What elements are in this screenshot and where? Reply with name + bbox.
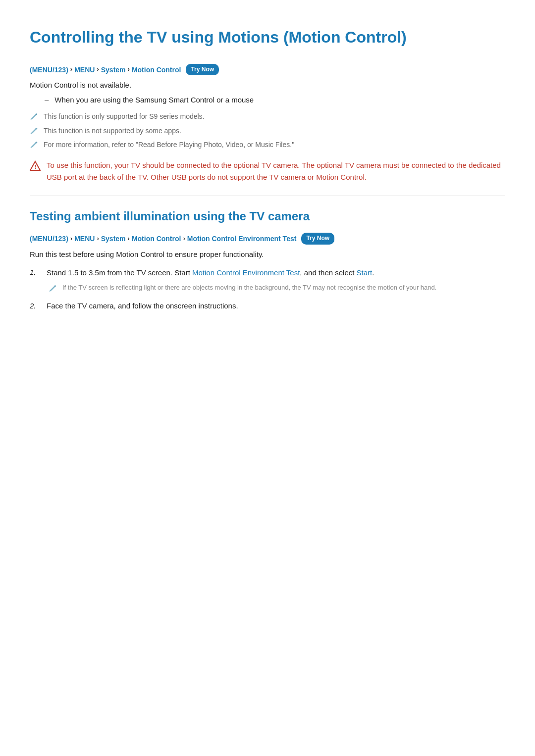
breadcrumb2-motion-control: Motion Control [132,233,181,244]
step-1-link1: Motion Control Environment Test [192,268,300,277]
try-now-button-section2[interactable]: Try Now [301,233,334,244]
breadcrumb-section1: (MENU/123) › MENU › System › Motion Cont… [30,64,505,75]
dash-bullet-text: When you are using the Samsung Smart Con… [54,94,254,106]
note-text-2: This function is not supported by some a… [44,125,181,136]
warning-text: To use this function, your TV should be … [47,159,505,184]
steps-list: 1. Stand 1.5 to 3.5m from the TV screen.… [30,266,505,312]
try-now-button-section1[interactable]: Try Now [186,64,219,75]
warning-triangle-icon: ! [30,160,41,171]
step-1-link2: Start [357,268,373,277]
notes-list: This function is only supported for S9 s… [30,111,505,150]
note-item-1: This function is only supported for S9 s… [30,111,505,122]
step-1: 1. Stand 1.5 to 3.5m from the TV screen.… [30,266,505,293]
warning-box: ! To use this function, your TV should b… [30,159,505,184]
breadcrumb2-system: System [101,233,126,244]
dash-bullet: – When you are using the Samsung Smart C… [45,94,505,106]
section2-intro: Run this test before using Motion Contro… [30,249,505,260]
step-1-content: Stand 1.5 to 3.5m from the TV screen. St… [47,266,436,293]
breadcrumb2-env-test: Motion Control Environment Test [187,233,297,244]
pencil-icon-1 [30,112,39,121]
breadcrumb2-sep2: › [97,234,99,244]
step-1-text-after: . [372,268,374,277]
not-available-text: Motion Control is not available. [30,79,505,91]
breadcrumb-sep1: › [70,64,72,75]
step-2-text: Face the TV camera, and follow the onscr… [47,300,238,312]
note-text-1: This function is only supported for S9 s… [44,111,205,122]
note-item-3: For more information, refer to "Read Bef… [30,139,505,150]
breadcrumb-system: System [101,64,126,75]
step-num-2: 2. [30,300,39,312]
breadcrumb-section2: (MENU/123) › MENU › System › Motion Cont… [30,233,505,244]
step-1-text-before: Stand 1.5 to 3.5m from the TV screen. St… [47,268,192,277]
note-item-2: This function is not supported by some a… [30,125,505,136]
breadcrumb2-menu: MENU [74,233,95,244]
step-1-subnote-text: If the TV screen is reflecting light or … [62,283,436,293]
breadcrumb2-sep3: › [128,234,130,244]
section-divider [30,196,505,196]
dash-symbol: – [45,94,49,106]
svg-text:!: ! [35,164,37,170]
section2-title: Testing ambient illumination using the T… [30,207,505,226]
breadcrumb-sep2: › [97,64,99,75]
breadcrumb2-menu123: (MENU/123) [30,233,68,244]
breadcrumb-menu123: (MENU/123) [30,64,68,75]
breadcrumb2-sep1: › [70,234,72,244]
breadcrumb-menu: MENU [74,64,95,75]
pencil-icon-2 [30,126,39,135]
step-2: 2. Face the TV camera, and follow the on… [30,300,505,312]
step-1-text-middle: , and then select [300,268,356,277]
page-title: Controlling the TV using Motions (Motion… [30,25,505,50]
pencil-icon-3 [30,140,39,149]
note-text-3: For more information, refer to "Read Bef… [44,139,294,150]
breadcrumb-sep3: › [128,64,130,75]
breadcrumb-motion-control: Motion Control [132,64,181,75]
breadcrumb2-sep4: › [183,234,185,244]
step-1-subnote: If the TV screen is reflecting light or … [49,283,436,293]
pencil-icon-step1 [49,284,57,293]
step-num-1: 1. [30,266,39,278]
